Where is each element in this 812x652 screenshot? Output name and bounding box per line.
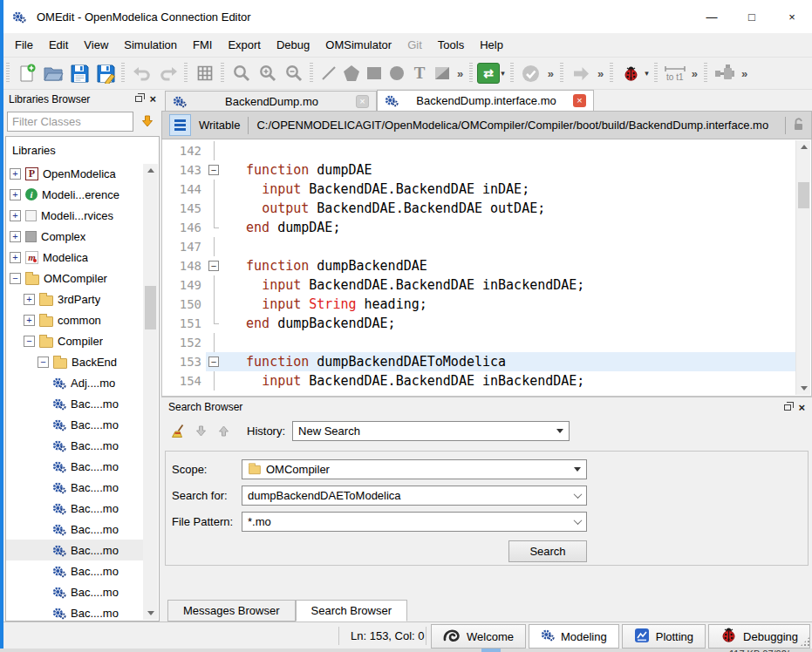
- tree-expander-icon[interactable]: +: [24, 294, 35, 305]
- undo-button[interactable]: [129, 60, 155, 86]
- scrollbar-thumb[interactable]: [145, 286, 156, 329]
- tab-messages-browser[interactable]: Messages Browser: [167, 600, 296, 621]
- tree-item[interactable]: +Complex: [6, 226, 143, 247]
- tree-expander-icon[interactable]: −: [24, 336, 35, 347]
- maximize-button[interactable]: □: [732, 0, 772, 33]
- tab-close-icon[interactable]: ×: [356, 95, 369, 108]
- tree-expander-icon[interactable]: +: [10, 168, 21, 180]
- fold-marker[interactable]: −: [206, 352, 223, 371]
- fold-collapse-icon[interactable]: −: [208, 261, 219, 271]
- redo-button[interactable]: [155, 60, 181, 86]
- close-dock-icon[interactable]: ×: [798, 402, 805, 413]
- save-as-button[interactable]: [92, 60, 119, 86]
- previous-result-button[interactable]: [189, 419, 212, 442]
- editor-scrollbar[interactable]: [795, 140, 810, 395]
- line-tool-button[interactable]: [317, 60, 340, 86]
- check-model-button[interactable]: [518, 60, 544, 86]
- tree-item[interactable]: +iModeli...erence: [6, 184, 143, 205]
- tree-item[interactable]: Bac....mo: [6, 435, 143, 456]
- scroll-up-icon[interactable]: [143, 164, 158, 177]
- tree-item[interactable]: Bac....mo: [6, 540, 143, 560]
- text-tool-button[interactable]: T: [408, 60, 431, 86]
- code-editor[interactable]: 142143− function dumpDAE144 input Backen…: [161, 139, 812, 397]
- tree-item[interactable]: +Modeli...rvices: [6, 205, 143, 226]
- tree-item[interactable]: Bac....mo: [6, 477, 143, 498]
- search-browser-header[interactable]: Search Browser ×: [161, 397, 812, 417]
- menu-debug[interactable]: Debug: [269, 34, 317, 56]
- zoom-fit-button[interactable]: [229, 60, 255, 86]
- tab-close-icon[interactable]: ×: [573, 94, 586, 107]
- tree-item[interactable]: Bac....mo: [6, 414, 143, 435]
- tree-item[interactable]: Bac....mo: [6, 456, 143, 477]
- zoom-in-button[interactable]: [255, 60, 281, 86]
- shapes-overflow-button[interactable]: »: [457, 67, 463, 80]
- clear-search-button[interactable]: [167, 419, 189, 442]
- tree-expander-icon[interactable]: +: [10, 252, 21, 263]
- debug-dropdown-icon[interactable]: ▾: [645, 69, 649, 78]
- filter-expand-button[interactable]: [136, 111, 159, 132]
- tree-item[interactable]: +3rdParty: [6, 289, 143, 309]
- tree-item[interactable]: +mModelica: [6, 247, 143, 268]
- tab-backenddump-mo[interactable]: BackendDump.mo ×: [165, 91, 377, 111]
- search-for-combobox[interactable]: [242, 486, 587, 506]
- interfaces-button[interactable]: [712, 60, 738, 86]
- scope-combobox[interactable]: OMCompiler: [242, 459, 587, 479]
- simulation-setup-button[interactable]: to t1: [662, 60, 688, 86]
- tree-item[interactable]: Bac....mo: [6, 560, 143, 581]
- minimize-button[interactable]: —: [692, 0, 732, 33]
- interfaces-overflow-button[interactable]: »: [741, 67, 747, 80]
- simulation-setup-overflow-button[interactable]: »: [692, 67, 698, 80]
- tree-expander-icon[interactable]: −: [10, 273, 21, 284]
- fold-marker[interactable]: −: [206, 256, 223, 275]
- ellipse-tool-button[interactable]: [386, 60, 408, 86]
- chevron-down-icon[interactable]: [574, 516, 583, 525]
- bitmap-tool-button[interactable]: [431, 60, 454, 86]
- menu-omsimulator[interactable]: OMSimulator: [317, 34, 399, 56]
- debugging-perspective-button[interactable]: Debugging: [708, 624, 810, 649]
- tree-item[interactable]: Bac....mo: [6, 581, 143, 602]
- connect-mode-button[interactable]: ⇄: [477, 63, 500, 84]
- welcome-perspective-button[interactable]: Welcome: [431, 624, 526, 649]
- simulate-overflow-button[interactable]: »: [597, 67, 604, 80]
- tree-expander-icon[interactable]: +: [10, 189, 21, 200]
- libraries-tree[interactable]: Libraries +POpenModelica+iModeli...erenc…: [5, 136, 160, 621]
- zoom-out-button[interactable]: [281, 60, 307, 86]
- close-dock-icon[interactable]: ×: [149, 93, 156, 105]
- tree-item[interactable]: +common: [6, 309, 143, 330]
- menu-simulation[interactable]: Simulation: [116, 34, 185, 56]
- plotting-perspective-button[interactable]: Plotting: [622, 624, 706, 649]
- grid-button[interactable]: [192, 60, 218, 86]
- open-file-button[interactable]: [40, 60, 66, 86]
- tree-item[interactable]: Bac....mo: [6, 602, 143, 621]
- simulate-button[interactable]: [568, 60, 594, 86]
- save-button[interactable]: [66, 60, 92, 86]
- menu-file[interactable]: File: [7, 34, 41, 56]
- tree-expander-icon[interactable]: +: [10, 231, 21, 242]
- tree-item[interactable]: Bac....mo: [6, 393, 143, 414]
- connect-dropdown-icon[interactable]: ▾: [501, 69, 505, 78]
- scroll-down-icon[interactable]: [143, 607, 158, 620]
- toggle-editor-button[interactable]: [169, 114, 191, 136]
- fold-collapse-icon[interactable]: −: [208, 357, 219, 367]
- libraries-scrollbar[interactable]: [143, 164, 158, 620]
- search-button[interactable]: Search: [508, 540, 587, 562]
- tree-item[interactable]: −BackEnd: [6, 351, 143, 372]
- float-dock-icon[interactable]: [784, 404, 791, 411]
- tab-backenddump-interface-mo[interactable]: BackendDump.interface.mo ×: [377, 90, 594, 111]
- next-result-button[interactable]: [212, 419, 235, 442]
- menu-edit[interactable]: Edit: [41, 34, 76, 56]
- file-pattern-input[interactable]: [248, 515, 570, 528]
- menu-git[interactable]: Git: [399, 34, 430, 56]
- close-button[interactable]: ×: [772, 0, 812, 33]
- tree-item[interactable]: −OMCompiler: [6, 268, 143, 289]
- tree-item[interactable]: +POpenModelica: [6, 163, 143, 184]
- tree-expander-icon[interactable]: +: [10, 210, 21, 221]
- menu-help[interactable]: Help: [472, 34, 511, 56]
- tree-item[interactable]: −Compiler: [6, 330, 143, 351]
- menu-fmi[interactable]: FMI: [185, 34, 220, 56]
- tree-item[interactable]: Bac....mo: [6, 498, 143, 519]
- filter-classes-input[interactable]: [7, 112, 133, 132]
- search-for-input[interactable]: [248, 489, 570, 502]
- tree-expander-icon[interactable]: +: [24, 315, 35, 326]
- scrollbar-thumb[interactable]: [798, 182, 809, 208]
